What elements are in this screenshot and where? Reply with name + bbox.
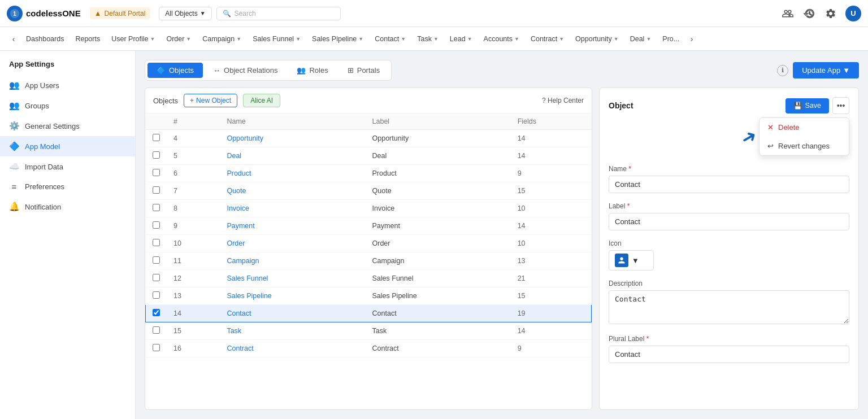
update-app-button[interactable]: Update App ▼ bbox=[793, 62, 859, 78]
row-name[interactable]: Contact bbox=[220, 305, 365, 322]
table-row[interactable]: 9 Payment Payment 14 bbox=[146, 217, 592, 235]
sidebar-item-import-data[interactable]: ☁️ Import Data bbox=[0, 156, 135, 177]
table-row[interactable]: 14 Contact Contact 19 bbox=[146, 305, 592, 322]
revert-changes-menu-item[interactable]: ↩ Revert changes bbox=[760, 137, 849, 155]
nav-pro[interactable]: Pro... bbox=[657, 27, 685, 51]
row-name[interactable]: Sales Pipeline bbox=[220, 287, 365, 305]
nav-lead[interactable]: Lead▼ bbox=[444, 27, 478, 51]
user-avatar[interactable]: U bbox=[845, 6, 861, 21]
sidebar-item-notification[interactable]: 🔔 Notification bbox=[0, 197, 135, 217]
tab-objects[interactable]: 🔷 Objects bbox=[147, 63, 203, 78]
help-center-button[interactable]: ? Help Center bbox=[542, 97, 584, 104]
row-checkbox[interactable] bbox=[153, 309, 160, 316]
table-row[interactable]: 7 Quote Quote 15 bbox=[146, 182, 592, 200]
row-checkbox[interactable] bbox=[153, 274, 160, 281]
row-num: 6 bbox=[167, 165, 220, 182]
delete-menu-item[interactable]: ✕ Delete bbox=[760, 118, 849, 137]
nav-left-arrow[interactable]: ‹ bbox=[7, 27, 20, 51]
row-checkbox[interactable] bbox=[153, 221, 160, 229]
table-row[interactable]: 13 Sales Pipeline Sales Pipeline 15 bbox=[146, 287, 592, 305]
objects-dropdown-label: All Objects bbox=[165, 10, 197, 18]
nav-contract[interactable]: Contract▼ bbox=[525, 27, 570, 51]
row-name[interactable]: Payment bbox=[220, 217, 365, 235]
sidebar-item-general-settings[interactable]: ⚙️ General Settings bbox=[0, 116, 135, 136]
alice-ai-button[interactable]: Alice AI bbox=[243, 94, 280, 107]
nav-accounts[interactable]: Accounts▼ bbox=[478, 27, 525, 51]
nav-campaign[interactable]: Campaign▼ bbox=[197, 27, 247, 51]
row-name[interactable]: Product bbox=[220, 165, 365, 182]
row-fields: 14 bbox=[511, 322, 592, 340]
nav-reports[interactable]: Reports bbox=[70, 27, 106, 51]
sidebar-item-groups[interactable]: 👥 Groups bbox=[0, 95, 135, 116]
table-row[interactable]: 16 Contract Contract 9 bbox=[146, 340, 592, 357]
nav-sales-pipeline[interactable]: Sales Pipeline▼ bbox=[306, 27, 369, 51]
nav-contact[interactable]: Contact▼ bbox=[369, 27, 411, 51]
tab-object-relations[interactable]: ↔ Object Relations bbox=[204, 63, 287, 78]
icon-field-label: Icon bbox=[609, 239, 849, 247]
nav-opportunity[interactable]: Opportunity▼ bbox=[570, 27, 624, 51]
row-name[interactable]: Opportunity bbox=[220, 130, 365, 147]
row-name[interactable]: Task bbox=[220, 322, 365, 340]
row-num: 8 bbox=[167, 200, 220, 217]
history-icon[interactable] bbox=[802, 7, 816, 20]
notification-icon: 🔔 bbox=[9, 202, 19, 212]
row-checkbox[interactable] bbox=[153, 169, 160, 176]
row-checkbox[interactable] bbox=[153, 134, 160, 141]
row-num: 15 bbox=[167, 322, 220, 340]
row-checkbox[interactable] bbox=[153, 344, 160, 351]
row-name[interactable]: Sales Funnel bbox=[220, 270, 365, 287]
name-input[interactable] bbox=[609, 176, 849, 193]
groups-icon: 👥 bbox=[9, 101, 19, 111]
nav-deal[interactable]: Deal▼ bbox=[624, 27, 657, 51]
settings-icon[interactable] bbox=[824, 7, 837, 20]
sidebar-item-app-users[interactable]: 👥 App Users bbox=[0, 75, 135, 95]
plural-label-input[interactable] bbox=[609, 346, 849, 363]
table-row[interactable]: 5 Deal Deal 14 bbox=[146, 147, 592, 165]
nav-dashboards[interactable]: Dashboards bbox=[20, 27, 70, 51]
row-name[interactable]: Invoice bbox=[220, 200, 365, 217]
new-object-icon: + bbox=[190, 97, 194, 104]
icon-selector[interactable]: ▼ bbox=[609, 250, 654, 270]
row-checkbox[interactable] bbox=[153, 326, 160, 334]
row-name[interactable]: Contract bbox=[220, 340, 365, 357]
search-bar[interactable]: 🔍 Search bbox=[216, 7, 341, 20]
nav-sales-funnel[interactable]: Sales Funnel▼ bbox=[247, 27, 306, 51]
row-checkbox[interactable] bbox=[153, 186, 160, 194]
row-name[interactable]: Quote bbox=[220, 182, 365, 200]
save-button[interactable]: 💾 Save bbox=[785, 98, 830, 114]
nav-user-profile[interactable]: User Profile▼ bbox=[106, 27, 160, 51]
portal-badge[interactable]: ▲ Default Portal bbox=[90, 7, 150, 19]
add-user-icon[interactable] bbox=[781, 7, 795, 20]
sidebar-item-preferences[interactable]: ≡ Preferences bbox=[0, 177, 135, 197]
description-textarea[interactable]: Contact bbox=[609, 290, 849, 324]
table-row[interactable]: 12 Sales Funnel Sales Funnel 21 bbox=[146, 270, 592, 287]
tab-portals[interactable]: ⊞ Portals bbox=[338, 63, 389, 78]
row-checkbox[interactable] bbox=[153, 239, 160, 246]
objects-dropdown[interactable]: All Objects ▼ bbox=[159, 7, 211, 20]
table-row[interactable]: 8 Invoice Invoice 10 bbox=[146, 200, 592, 217]
row-name[interactable]: Order bbox=[220, 235, 365, 252]
table-row[interactable]: 6 Product Product 9 bbox=[146, 165, 592, 182]
new-object-button[interactable]: + New Object bbox=[184, 94, 237, 107]
more-options-button[interactable]: ••• bbox=[832, 97, 849, 114]
sidebar-label-import-data: Import Data bbox=[25, 163, 63, 171]
row-checkbox[interactable] bbox=[153, 256, 160, 264]
search-icon: 🔍 bbox=[223, 10, 231, 18]
row-name[interactable]: Campaign bbox=[220, 252, 365, 270]
nav-right-arrow[interactable]: › bbox=[685, 27, 698, 51]
nav-task[interactable]: Task▼ bbox=[411, 27, 444, 51]
table-row[interactable]: 10 Order Order 10 bbox=[146, 235, 592, 252]
table-row[interactable]: 11 Campaign Campaign 13 bbox=[146, 252, 592, 270]
nav-order[interactable]: Order▼ bbox=[160, 27, 197, 51]
label-input[interactable] bbox=[609, 213, 849, 230]
row-checkbox[interactable] bbox=[153, 151, 160, 159]
sidebar: App Settings 👥 App Users 👥 Groups ⚙️ Gen… bbox=[0, 51, 136, 419]
table-row[interactable]: 4 Opportunity Opportunity 14 bbox=[146, 130, 592, 147]
row-name[interactable]: Deal bbox=[220, 147, 365, 165]
table-row[interactable]: 15 Task Task 14 bbox=[146, 322, 592, 340]
row-checkbox[interactable] bbox=[153, 291, 160, 299]
info-icon[interactable]: ℹ bbox=[777, 65, 788, 76]
tab-roles[interactable]: 👥 Roles bbox=[288, 63, 337, 78]
row-checkbox[interactable] bbox=[153, 204, 160, 211]
sidebar-item-app-model[interactable]: 🔷 App Model bbox=[0, 136, 135, 156]
